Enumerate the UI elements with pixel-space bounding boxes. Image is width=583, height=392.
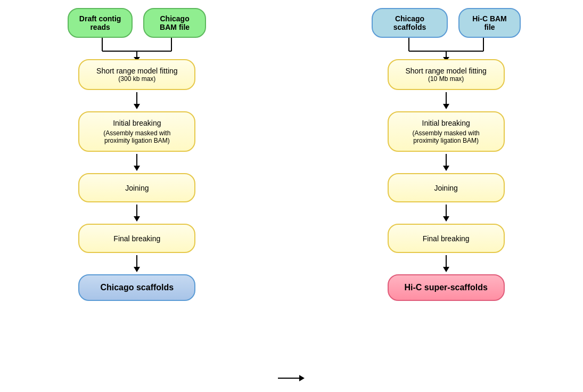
chicago-scaffolds-input-node: Chicago scaffolds: [372, 8, 448, 38]
horizontal-arrow: [278, 375, 305, 381]
right-short-range-model: Short range model fitting (10 Mb max): [388, 59, 505, 90]
left-arrow-3: [134, 205, 140, 222]
left-pipeline: Draft contig reads Chicago BAM file Shor…: [0, 0, 274, 392]
right-initial-breaking: Initial breaking (Assembly masked with p…: [388, 111, 505, 152]
left-arrow-1: [134, 92, 140, 109]
left-short-range-model: Short range model fitting (300 kb max): [78, 59, 195, 90]
left-final-breaking: Final breaking: [78, 224, 195, 253]
chicago-bam-node: Chicago BAM file: [143, 8, 206, 38]
left-initial-breaking: Initial breaking (Assembly masked with p…: [78, 111, 195, 152]
middle-section: [274, 0, 309, 392]
svg-marker-4: [134, 57, 140, 59]
flowchart: Draft contig reads Chicago BAM file Shor…: [0, 0, 583, 392]
right-final-breaking: Final breaking: [388, 224, 505, 253]
right-pipeline: Chicago scaffolds Hi-C BAM file Short ra…: [309, 0, 583, 392]
left-arrow-4: [134, 255, 140, 272]
right-arrow-1: [443, 92, 449, 109]
right-arrow-3: [443, 205, 449, 222]
right-arrow-2: [443, 154, 449, 171]
svg-marker-9: [443, 57, 449, 59]
right-arrow-4: [443, 255, 449, 272]
chicago-scaffolds-output: Chicago scaffolds: [78, 274, 195, 301]
draft-contig-node: Draft contig reads: [68, 8, 133, 38]
right-bracket-svg: [372, 38, 521, 59]
left-bracket-svg: [68, 38, 206, 59]
right-joining: Joining: [388, 173, 505, 202]
left-joining: Joining: [78, 173, 195, 202]
left-arrow-2: [134, 154, 140, 171]
hic-bam-node: Hi-C BAM file: [458, 8, 520, 38]
hic-super-scaffolds-output: Hi-C super-scaffolds: [388, 274, 505, 301]
